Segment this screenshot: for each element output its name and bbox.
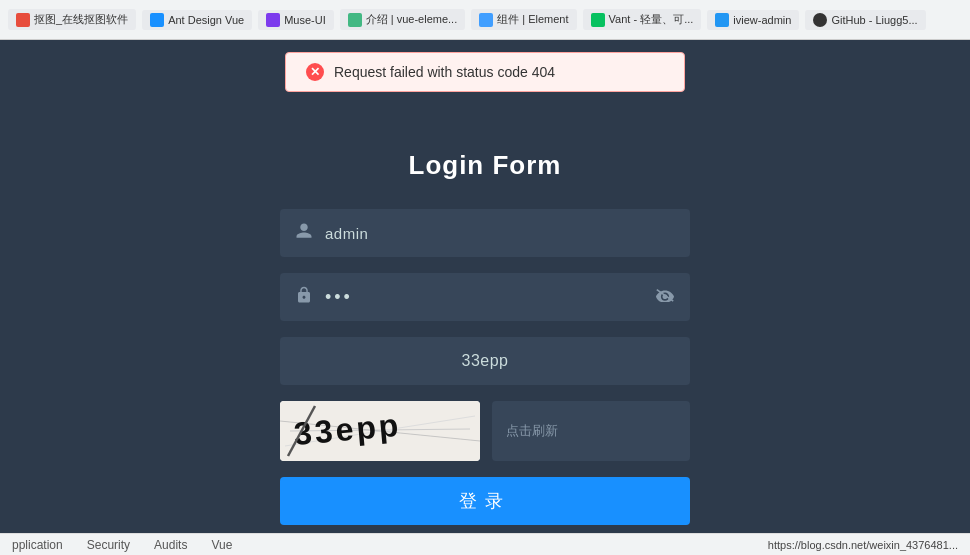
- tab-icon-muse: [266, 13, 280, 27]
- tab-iview[interactable]: iview-admin: [707, 10, 799, 30]
- tab-icon-baidu: [16, 13, 30, 27]
- tab-label-muse: Muse-UI: [284, 14, 326, 26]
- user-icon: [295, 222, 313, 244]
- captcha-refresh-wrapper[interactable]: 点击刷新: [492, 401, 690, 461]
- tab-label-github: GitHub - Liugg5...: [831, 14, 917, 26]
- status-bar: pplication Security Audits Vue https://b…: [0, 533, 970, 555]
- tab-icon-vue-element: [348, 13, 362, 27]
- status-security[interactable]: Security: [87, 538, 130, 552]
- login-form-container: Login Form: [260, 80, 710, 545]
- status-url: https://blog.csdn.net/weixin_4376481...: [768, 539, 958, 551]
- eye-toggle-icon[interactable]: [655, 288, 675, 306]
- username-field: [280, 209, 690, 257]
- tab-label-vant: Vant - 轻量、可...: [609, 12, 694, 27]
- tab-vant[interactable]: Vant - 轻量、可...: [583, 9, 702, 30]
- captcha-image[interactable]: 33epp: [280, 401, 480, 461]
- tab-icon-iview: [715, 13, 729, 27]
- error-alert: ✕ Request failed with status code 404: [285, 52, 685, 92]
- tab-icon-ant: [150, 13, 164, 27]
- tab-label-iview: iview-admin: [733, 14, 791, 26]
- login-button[interactable]: 登录: [280, 477, 690, 525]
- error-message: Request failed with status code 404: [334, 64, 555, 80]
- status-vue[interactable]: Vue: [211, 538, 232, 552]
- tab-ant[interactable]: Ant Design Vue: [142, 10, 252, 30]
- browser-toolbar: 抠图_在线抠图软件 Ant Design Vue Muse-UI 介绍 | vu…: [0, 0, 970, 40]
- tab-label-baidu: 抠图_在线抠图软件: [34, 12, 128, 27]
- page-content: ✕ Request failed with status code 404 Lo…: [0, 40, 970, 555]
- status-application[interactable]: pplication: [12, 538, 63, 552]
- tab-github[interactable]: GitHub - Liugg5...: [805, 10, 925, 30]
- login-title: Login Form: [280, 150, 690, 181]
- tab-icon-vant: [591, 13, 605, 27]
- username-input[interactable]: [325, 225, 675, 242]
- captcha-row: 33epp 点击刷新: [280, 401, 690, 461]
- tab-label-element: 组件 | Element: [497, 12, 568, 27]
- tab-element[interactable]: 组件 | Element: [471, 9, 576, 30]
- tab-vue-element[interactable]: 介绍 | vue-eleme...: [340, 9, 466, 30]
- lock-icon: [295, 286, 313, 308]
- tab-baidu[interactable]: 抠图_在线抠图软件: [8, 9, 136, 30]
- tab-label-ant: Ant Design Vue: [168, 14, 244, 26]
- tab-icon-element: [479, 13, 493, 27]
- password-input[interactable]: [325, 287, 655, 308]
- status-audits[interactable]: Audits: [154, 538, 187, 552]
- tab-label-vue-element: 介绍 | vue-eleme...: [366, 12, 458, 27]
- password-field: [280, 273, 690, 321]
- captcha-text-input[interactable]: [295, 352, 675, 370]
- error-icon: ✕: [306, 63, 324, 81]
- tab-icon-github: [813, 13, 827, 27]
- tab-muse[interactable]: Muse-UI: [258, 10, 334, 30]
- captcha-text-field: [280, 337, 690, 385]
- captcha-refresh-label: 点击刷新: [506, 422, 676, 440]
